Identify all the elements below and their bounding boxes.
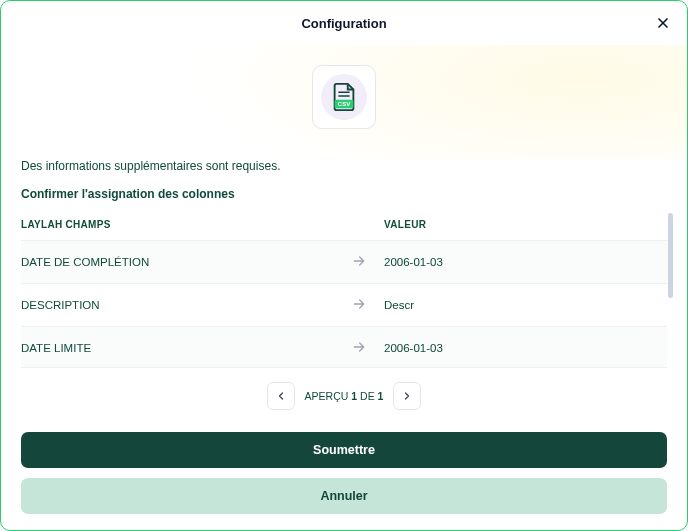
csv-icon-wrap: CSV (321, 74, 367, 120)
pager-prev-button[interactable] (267, 382, 295, 410)
cancel-button[interactable]: Annuler (21, 478, 667, 514)
value-cell: 2006-01-03 (374, 327, 667, 368)
arrow-right-icon (351, 253, 367, 269)
csv-badge: CSV (312, 65, 376, 129)
modal-footer: Soumettre Annuler (1, 414, 687, 530)
table-row: DATE LIMITE2006-01-03 (21, 327, 667, 368)
modal-header: Configuration (1, 1, 687, 45)
csv-file-icon: CSV (329, 82, 359, 112)
modal-title: Configuration (301, 16, 386, 31)
pager-prefix: APERÇU (305, 390, 352, 402)
scrollbar-thumb[interactable] (668, 213, 673, 298)
close-button[interactable] (653, 13, 673, 33)
table-row: DATE DE COMPLÉTION2006-01-03 (21, 241, 667, 284)
pager-total: 1 (378, 390, 384, 402)
col-header-field: LAYLAH CHAMPS (21, 213, 344, 241)
section-subheader: Confirmer l'assignation des colonnes (21, 187, 667, 201)
arrow-right-icon (351, 339, 367, 355)
arrow-cell (344, 327, 374, 368)
value-cell: 2006-01-03 (374, 241, 667, 284)
table-row: DESCRIPTIONDescr (21, 284, 667, 327)
col-header-value: VALEUR (374, 213, 667, 241)
field-cell: DATE LIMITE (21, 327, 344, 368)
pager-next-button[interactable] (393, 382, 421, 410)
info-text: Des informations supplémentaires sont re… (21, 159, 667, 173)
chevron-right-icon (401, 390, 413, 402)
pager-sep: DE (357, 390, 377, 402)
close-icon (655, 15, 671, 31)
chevron-left-icon (275, 390, 287, 402)
modal-body: Des informations supplémentaires sont re… (1, 159, 687, 414)
field-cell: DATE DE COMPLÉTION (21, 241, 344, 284)
arrow-right-icon (351, 296, 367, 312)
mapping-table: LAYLAH CHAMPS VALEUR DATE DE COMPLÉTION2… (21, 213, 667, 367)
svg-text:CSV: CSV (338, 100, 351, 107)
table-header-row: LAYLAH CHAMPS VALEUR (21, 213, 667, 241)
field-cell: DESCRIPTION (21, 284, 344, 327)
pager-label: APERÇU 1 DE 1 (305, 390, 384, 402)
hero-section: CSV (1, 45, 687, 159)
config-modal: Configuration CSV Des informations suppl… (0, 0, 688, 531)
col-header-arrow (344, 213, 374, 241)
pager: APERÇU 1 DE 1 (21, 367, 667, 414)
mapping-scroll-area[interactable]: LAYLAH CHAMPS VALEUR DATE DE COMPLÉTION2… (21, 213, 673, 367)
value-cell: Descr (374, 284, 667, 327)
submit-button[interactable]: Soumettre (21, 432, 667, 468)
arrow-cell (344, 284, 374, 327)
arrow-cell (344, 241, 374, 284)
